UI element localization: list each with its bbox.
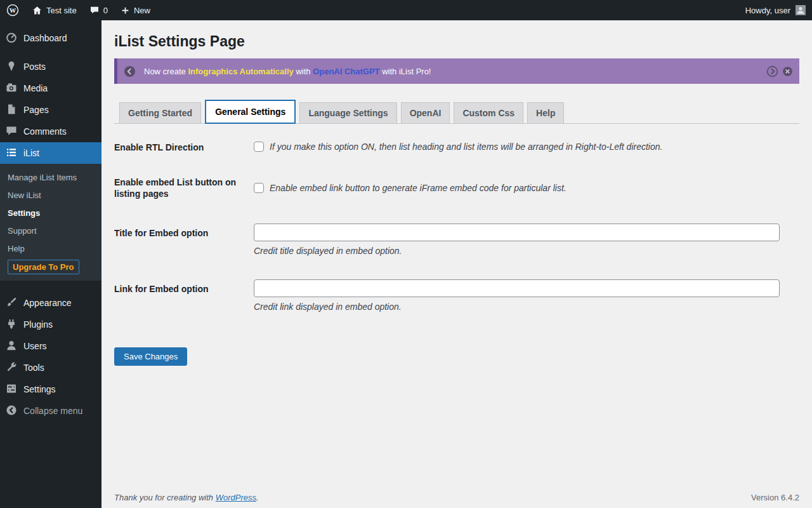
tab-general-settings[interactable]: General Settings [205, 100, 296, 124]
field-description: Credit link displayed in embed option. [254, 302, 799, 312]
sidebar-item-label: Pages [23, 105, 49, 115]
sidebar-item-label: Posts [23, 62, 46, 72]
avatar [796, 5, 806, 15]
enable-embed-button-checkbox[interactable] [254, 183, 264, 193]
svg-text:W: W [10, 7, 16, 14]
field-label: Enable embed List button on listing page… [114, 177, 254, 199]
sidebar-item-tools[interactable]: Tools [0, 357, 102, 378]
wordpress-logo-icon: W [6, 4, 19, 17]
banner-text: Now create Infographics Automatically wi… [144, 67, 758, 76]
sidebar: Dashboard Posts Media Pages Comments iLi… [0, 20, 102, 508]
sidebar-item-posts[interactable]: Posts [0, 56, 102, 77]
media-icon [5, 81, 18, 96]
form-row-embed-button: Enable embed List button on listing page… [114, 177, 799, 199]
appearance-icon [5, 296, 18, 311]
tools-icon [5, 361, 18, 375]
sidebar-item-plugins[interactable]: Plugins [0, 314, 102, 335]
banner-highlight: Infographics Automatically [188, 67, 293, 76]
comments-bubble-icon [89, 5, 100, 15]
new-content-menu[interactable]: New [114, 0, 157, 20]
sidebar-item-pages[interactable]: Pages [0, 99, 102, 121]
field-description: Enable embed link button to generate iFr… [270, 183, 566, 193]
form-row-embed-link: Link for Embed option Credit link displa… [114, 279, 799, 312]
form-row-embed-title: Title for Embed option Credit title disp… [114, 224, 799, 256]
sidebar-item-label: Users [23, 341, 47, 351]
banner-next-icon[interactable] [766, 65, 778, 77]
sidebar-item-media[interactable]: Media [0, 77, 102, 99]
field-description: Credit title displayed in embed option. [254, 246, 799, 256]
field-label: Link for Embed option [114, 279, 254, 295]
comments-icon [5, 124, 18, 139]
sidebar-subitem-new-ilist[interactable]: New iList [0, 186, 102, 204]
sidebar-subitem-settings[interactable]: Settings [0, 204, 102, 222]
sidebar-item-label: Dashboard [23, 33, 67, 43]
wordpress-menu[interactable]: W [0, 0, 25, 20]
sidebar-item-label: Comments [23, 126, 67, 137]
enable-rtl-checkbox[interactable] [254, 142, 264, 152]
sidebar-item-label: Media [23, 83, 48, 93]
general-settings-form: Enable RTL Direction If you make this op… [114, 142, 799, 366]
tab-language-settings[interactable]: Language Settings [299, 102, 396, 124]
sidebar-item-comments[interactable]: Comments [0, 121, 102, 142]
howdy-account-menu[interactable]: Howdy, user [739, 0, 812, 20]
site-name-menu[interactable]: Test site [25, 0, 83, 20]
sidebar-item-label: iList [23, 148, 39, 158]
sidebar-item-label: Collapse menu [23, 406, 82, 416]
users-icon [5, 339, 18, 354]
banner-text-part: with [294, 67, 313, 76]
sidebar-subitem-manage-ilist-items[interactable]: Manage iList Items [0, 168, 102, 186]
save-changes-button[interactable]: Save Changes [114, 347, 187, 366]
sidebar-subitem-upgrade-to-pro[interactable]: Upgrade To Pro [0, 257, 102, 274]
new-label: New [134, 6, 150, 15]
sidebar-item-ilist[interactable]: iList [0, 142, 102, 164]
ilist-submenu: Manage iList Items New iList Settings Su… [0, 164, 102, 281]
collapse-icon [5, 404, 18, 418]
plus-icon [121, 6, 130, 15]
home-icon [32, 5, 43, 16]
tab-custom-css[interactable]: Custom Css [454, 102, 523, 124]
sidebar-subitem-help[interactable]: Help [0, 239, 102, 257]
sidebar-item-label: Plugins [23, 319, 53, 330]
tab-help[interactable]: Help [527, 102, 564, 124]
plugins-icon [5, 318, 18, 332]
site-name-label: Test site [46, 6, 77, 15]
openai-chatgpt-link[interactable]: OpenAI ChatGPT [313, 67, 379, 76]
embed-title-input[interactable] [254, 224, 780, 241]
field-label: Enable RTL Direction [114, 142, 254, 153]
banner-text-part: with iList Pro! [380, 67, 431, 76]
banner-text-part: Now create [144, 67, 188, 76]
settings-tabs: Getting Started General Settings Languag… [114, 100, 799, 124]
tab-openai[interactable]: OpenAI [401, 102, 450, 124]
banner-prev-icon[interactable] [124, 65, 136, 77]
sidebar-item-label: Settings [23, 384, 56, 394]
wordpress-link[interactable]: WordPress [216, 493, 256, 502]
sidebar-item-label: Tools [23, 363, 44, 373]
sidebar-item-settings[interactable]: Settings [0, 378, 102, 400]
main-content: iList Settings Page Now create Infograph… [102, 20, 812, 508]
admin-bar: W Test site 0 New Howdy, user [0, 0, 812, 20]
ilist-icon [5, 146, 18, 161]
sidebar-subitem-support[interactable]: Support [0, 222, 102, 239]
tab-getting-started[interactable]: Getting Started [119, 102, 201, 124]
promo-banner: Now create Infographics Automatically wi… [114, 58, 799, 84]
field-label: Title for Embed option [114, 224, 254, 239]
footer-thanks-text: Thank you for creating with [114, 493, 216, 502]
sidebar-item-users[interactable]: Users [0, 335, 102, 357]
sidebar-item-label: Appearance [23, 298, 72, 308]
banner-close-icon[interactable] [782, 66, 793, 77]
settings-icon [5, 382, 18, 397]
upgrade-to-pro-button[interactable]: Upgrade To Pro [8, 260, 79, 274]
sidebar-item-dashboard[interactable]: Dashboard [0, 27, 102, 49]
sidebar-item-appearance[interactable]: Appearance [0, 292, 102, 314]
footer-version: Version 6.4.2 [751, 493, 799, 502]
embed-link-input[interactable] [254, 279, 780, 297]
howdy-label: Howdy, user [745, 6, 790, 15]
form-row-rtl: Enable RTL Direction If you make this op… [114, 142, 799, 153]
comments-indicator[interactable]: 0 [83, 0, 114, 20]
dashboard-icon [5, 31, 18, 46]
page-title: iList Settings Page [114, 28, 799, 50]
sidebar-collapse-menu[interactable]: Collapse menu [0, 400, 102, 422]
footer-thanks: Thank you for creating with WordPress. [114, 493, 259, 502]
footer-thanks-text: . [256, 493, 259, 502]
posts-icon [5, 60, 18, 74]
